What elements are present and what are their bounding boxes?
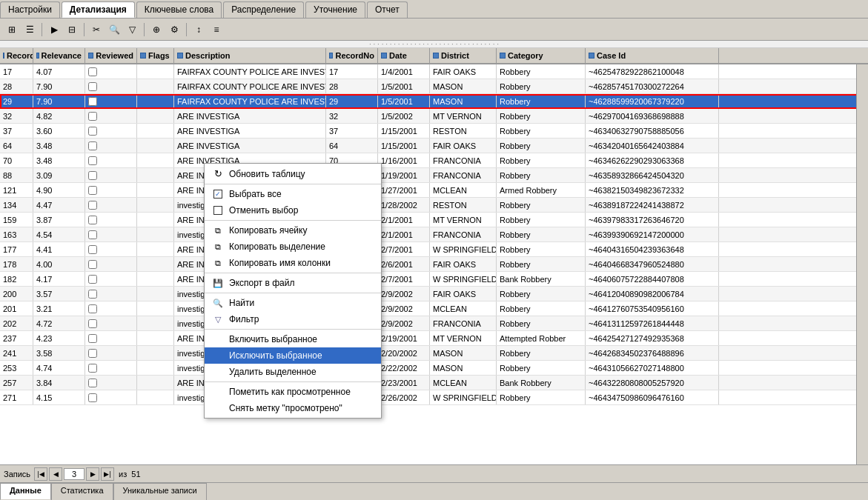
context-menu-item-find[interactable]: 🔍Найти (205, 295, 381, 311)
reviewed-checkbox[interactable] (88, 82, 97, 91)
cell-reviewed[interactable] (85, 79, 137, 93)
cell-reviewed[interactable] (85, 346, 137, 360)
reviewed-checkbox[interactable] (88, 245, 97, 254)
context-menu-item-select_all[interactable]: ✓Выбрать все (205, 186, 381, 202)
table-row[interactable]: 2534.74investigating a ro2532/22/2002MAS… (0, 361, 868, 376)
scrollbar[interactable] (856, 64, 868, 464)
reviewed-checkbox[interactable] (88, 171, 97, 180)
table-row[interactable]: 643.48ARE INVESTIGA641/15/2001FAIR OAKSR… (0, 139, 868, 153)
reviewed-checkbox[interactable] (88, 141, 97, 150)
cell-reviewed[interactable] (85, 287, 137, 301)
next-page-btn[interactable]: ▶ (86, 467, 99, 481)
settings-btn[interactable]: ⊕ (148, 21, 165, 38)
cell-reviewed[interactable] (85, 242, 137, 256)
page-input[interactable] (64, 468, 85, 480)
context-menu-item-copy_selection[interactable]: ⧉Копировать выделение (205, 239, 381, 255)
bottom-tab-данные[interactable]: Данные (0, 483, 51, 500)
reviewed-checkbox[interactable] (88, 379, 97, 387)
cell-reviewed[interactable] (85, 272, 137, 286)
cell-reviewed[interactable] (85, 316, 137, 330)
cell-reviewed[interactable] (85, 198, 137, 212)
cell-reviewed[interactable] (85, 109, 137, 123)
table-row[interactable]: 1634.54investigating a h1632/1/2001FRANC… (0, 227, 868, 242)
cell-reviewed[interactable] (85, 390, 137, 404)
reviewed-checkbox[interactable] (88, 393, 97, 402)
reviewed-checkbox[interactable] (88, 112, 97, 121)
export-btn[interactable]: ⊟ (64, 21, 80, 38)
cell-reviewed[interactable] (85, 301, 137, 316)
cell-reviewed[interactable] (85, 139, 137, 153)
reviewed-checkbox[interactable] (88, 334, 97, 343)
find-btn[interactable]: 🔍 (106, 21, 122, 38)
context-menu-item-copy_cell[interactable]: ⧉Копировать ячейку (205, 222, 381, 239)
th-flags[interactable]: Flags (137, 48, 174, 63)
table-row[interactable]: 2714.15investigating a ro2712/26/2002W S… (0, 390, 868, 405)
table-row[interactable]: 2003.57investigating a ro2002/9/2002FAIR… (0, 287, 868, 301)
cell-reviewed[interactable] (85, 168, 137, 182)
th-district[interactable]: District (430, 48, 497, 63)
table-row[interactable]: 324.82ARE INVESTIGA321/5/2002MT VERNONRo… (0, 109, 868, 124)
reviewed-checkbox[interactable] (88, 201, 97, 210)
context-menu-item-delete_selected[interactable]: Удалить выделенное (205, 364, 381, 380)
bottom-tab-статистика[interactable]: Статистика (51, 483, 113, 500)
filter-btn[interactable]: ▽ (124, 21, 140, 38)
th-caseid[interactable]: Case Id (586, 48, 719, 63)
list2-btn[interactable]: ≡ (208, 21, 225, 38)
tab-уточнение[interactable]: Уточнение (305, 1, 365, 18)
tab-отчет[interactable]: Отчет (367, 1, 408, 18)
prev-page-btn[interactable]: ◀ (49, 467, 62, 481)
tab-детализация[interactable]: Детализация (62, 1, 135, 18)
detail-view-btn[interactable]: ▶ (46, 21, 62, 38)
reviewed-checkbox[interactable] (88, 349, 97, 358)
reviewed-checkbox[interactable] (88, 97, 97, 106)
table-row[interactable]: 1784.00ARE INVESTIGA1782/6/2001FAIR OAKS… (0, 257, 868, 272)
table-row[interactable]: 703.48ARE INVESTIGA701/16/2001FRANCONIAR… (0, 153, 868, 168)
cell-reviewed[interactable] (85, 153, 137, 167)
reviewed-checkbox[interactable] (88, 304, 97, 313)
reviewed-checkbox[interactable] (88, 186, 97, 195)
table-row[interactable]: 1593.87ARE INVESTIGA1592/1/2001MT VERNON… (0, 213, 868, 227)
table-body[interactable]: 174.07FAIRFAX COUNTY POLICE ARE INVESTIG… (0, 64, 868, 464)
reviewed-checkbox[interactable] (88, 275, 97, 284)
th-category[interactable]: Category (497, 48, 586, 63)
table-row[interactable]: 2024.72investigating a ro2022/9/2002FRAN… (0, 316, 868, 331)
first-page-btn[interactable]: |◀ (34, 467, 47, 481)
th-description[interactable]: Description (174, 48, 326, 63)
grid-view-btn[interactable]: ⊞ (4, 21, 20, 38)
cell-reviewed[interactable] (85, 64, 137, 79)
tab-ключевые-слова[interactable]: Ключевые слова (136, 1, 222, 18)
th-reviewed[interactable]: Reviewed (85, 48, 137, 63)
cell-reviewed[interactable] (85, 94, 137, 108)
cell-reviewed[interactable] (85, 183, 137, 197)
tab-настройки[interactable]: Настройки (0, 1, 60, 18)
cell-reviewed[interactable] (85, 331, 137, 345)
table-row[interactable]: 1824.17ARE INVESTIGA1822/7/2001W SPRINGF… (0, 272, 868, 287)
th-record[interactable]: Record (0, 48, 33, 63)
context-menu-item-deselect[interactable]: Отменить выбор (205, 202, 381, 219)
tab-распределение[interactable]: Распределение (223, 1, 304, 18)
table-row[interactable]: 287.90FAIRFAX COUNTY POLICE ARE INVESTIG… (0, 79, 868, 94)
table-row[interactable]: 2013.21investigating a ro2012/9/2002MCLE… (0, 301, 868, 316)
cell-reviewed[interactable] (85, 257, 137, 271)
table-row[interactable]: 2413.58investigating an2412/20/2002MASON… (0, 346, 868, 361)
cell-reviewed[interactable] (85, 213, 137, 227)
list-view-btn[interactable]: ☰ (21, 21, 38, 38)
reviewed-checkbox[interactable] (88, 216, 97, 224)
reviewed-checkbox[interactable] (88, 67, 97, 76)
reviewed-checkbox[interactable] (88, 127, 97, 136)
table-row[interactable]: 297.90FAIRFAX COUNTY POLICE ARE INVESTIG… (0, 94, 868, 109)
reviewed-checkbox[interactable] (88, 156, 97, 165)
context-menu-item-include_selected[interactable]: Включить выбранное (205, 331, 381, 347)
table-row[interactable]: 1344.47investigating a ro1341/28/2002RES… (0, 198, 868, 213)
table-row[interactable]: 883.09ARE INVESTIGA881/19/2001FRANCONIAR… (0, 168, 868, 183)
context-menu-item-refresh[interactable]: ↻Обновить таблицу (205, 165, 381, 182)
reviewed-checkbox[interactable] (88, 290, 97, 299)
th-relevance[interactable]: Relevance (33, 48, 85, 63)
table-row[interactable]: 1214.90ARE INVESTIGA1211/27/2001MCLEANAr… (0, 183, 868, 198)
sort-btn[interactable]: ↕ (191, 21, 207, 38)
reviewed-checkbox[interactable] (88, 230, 97, 239)
table-row[interactable]: 2374.23ARE INVESTIGA2372/19/2001MT VERNO… (0, 331, 868, 346)
table-row[interactable]: 1774.41ARE INVESTIGA1772/7/2001W SPRINGF… (0, 242, 868, 257)
reviewed-checkbox[interactable] (88, 260, 97, 269)
context-menu-item-export_file[interactable]: 💾Экспорт в файл (205, 275, 381, 291)
